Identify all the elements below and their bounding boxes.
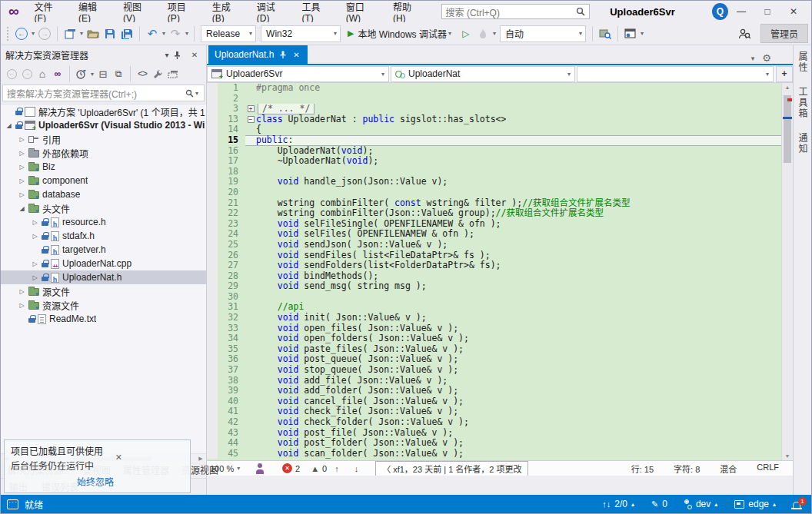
- breakpoint-gutter[interactable]: [207, 313, 218, 323]
- breakpoint-gutter[interactable]: [207, 438, 218, 449]
- code-line[interactable]: 21 wstring combinFilter( const wstring& …: [207, 198, 781, 209]
- type-scope-combo[interactable]: UploaderNat ▾: [391, 66, 575, 82]
- tree-collapsed-arrow-icon[interactable]: ▷: [17, 302, 27, 309]
- breakpoint-gutter[interactable]: [207, 167, 218, 177]
- tree-collapsed-arrow-icon[interactable]: ▷: [17, 150, 27, 157]
- warning-icon[interactable]: ▲: [311, 464, 319, 473]
- breakpoint-gutter[interactable]: [207, 271, 218, 282]
- code-line[interactable]: 42 void check_folder( Json::Value& v );: [207, 417, 781, 428]
- tree-item[interactable]: 解决方案 'Uploader6Svr' (1 个项目，共 1 个): [1, 104, 206, 118]
- navigate-forward-button[interactable]: →: [36, 25, 53, 42]
- task-center-icon[interactable]: [7, 499, 18, 509]
- breakpoint-gutter[interactable]: [207, 208, 218, 219]
- breakpoint-gutter[interactable]: [207, 386, 218, 396]
- navigate-back-dropdown-icon[interactable]: ▾: [30, 30, 36, 37]
- tree-item[interactable]: ▷database: [1, 187, 206, 201]
- code-line[interactable]: 40 void cancel_file( Json::Value& v );: [207, 396, 781, 407]
- code-line[interactable]: 45 void scan_folder( Json::Value& v );: [207, 449, 781, 459]
- search-options-icon[interactable]: ▾: [194, 90, 200, 97]
- tree-item[interactable]: ▷引用: [1, 132, 206, 146]
- tree-item[interactable]: ▷UploaderNat.h: [1, 270, 206, 284]
- editor-vertical-scrollbar[interactable]: ▲ ▼: [781, 83, 793, 460]
- open-file-button[interactable]: [85, 25, 102, 42]
- breakpoint-gutter[interactable]: [207, 156, 218, 167]
- code-lines[interactable]: 1#pragma once23+/* ... */13−class Upload…: [207, 83, 781, 460]
- code-line[interactable]: 44 void post_folder( Json::Value& v );: [207, 438, 781, 449]
- breakpoint-gutter[interactable]: [207, 229, 218, 240]
- prev-change-icon[interactable]: ↑: [334, 464, 339, 473]
- tree-collapsed-arrow-icon[interactable]: ▷: [30, 274, 40, 281]
- tree-item[interactable]: ▷UploaderNat.cpp: [1, 257, 206, 270]
- switch-views-icon[interactable]: ∞: [50, 66, 65, 81]
- breakpoint-gutter[interactable]: [207, 344, 218, 355]
- toolbar-overflow-icon[interactable]: ▾: [639, 30, 645, 37]
- fold-toggle-icon[interactable]: +: [245, 104, 256, 114]
- code-line[interactable]: 3+/* ... */: [207, 104, 781, 114]
- breakpoint-gutter[interactable]: [207, 177, 218, 187]
- breakpoint-gutter[interactable]: [207, 83, 218, 94]
- code-editor[interactable]: 1#pragma once23+/* ... */13−class Upload…: [207, 83, 793, 460]
- find-in-files-button[interactable]: [597, 25, 614, 42]
- ide-window-button[interactable]: [622, 25, 639, 42]
- side-tab-属性[interactable]: 属性: [796, 51, 809, 73]
- profiler-dropdown-icon[interactable]: ▾: [491, 30, 498, 37]
- document-list-dropdown-icon[interactable]: ▾: [751, 55, 755, 62]
- solution-explorer-header[interactable]: 解决方案资源管理器 ▾ ✕: [1, 45, 206, 64]
- redo-button[interactable]: ↷: [167, 25, 184, 42]
- code-line[interactable]: 22 wstring combinFilter(Json::Value& gro…: [207, 208, 781, 219]
- breakpoint-gutter[interactable]: [207, 406, 218, 417]
- codelens-author-icon[interactable]: [255, 463, 265, 474]
- toast-ignore-link[interactable]: 始终忽略: [77, 475, 184, 488]
- code-line[interactable]: 37 void stop_queue( Json::Value& v );: [207, 365, 781, 376]
- scroll-up-icon[interactable]: ▲: [782, 85, 793, 90]
- code-line[interactable]: 43 void post_file( Json::Value& v );: [207, 428, 781, 439]
- new-project-button[interactable]: [62, 25, 78, 42]
- code-line[interactable]: 18: [207, 167, 781, 177]
- tree-expanded-arrow-icon[interactable]: ◢: [17, 205, 27, 212]
- breakpoint-gutter[interactable]: [207, 114, 218, 125]
- profiler-flame-icon[interactable]: [474, 25, 491, 42]
- statusbar-bell-item[interactable]: 1: [793, 500, 800, 509]
- tab-pin-icon[interactable]: [280, 51, 291, 58]
- breakpoint-gutter[interactable]: [207, 260, 218, 271]
- fold-box[interactable]: +: [248, 105, 255, 112]
- codelens-history[interactable]: 〈 xf1，23 天前 | 1 名作者，2 项更改: [375, 461, 528, 476]
- tree-item[interactable]: ◢头文件: [1, 201, 206, 215]
- undo-button[interactable]: ↶: [144, 25, 161, 42]
- tab-close-icon[interactable]: ✕: [291, 51, 301, 59]
- home-icon[interactable]: ⌂: [35, 66, 50, 81]
- tree-item[interactable]: ▷Biz: [1, 160, 206, 174]
- tree-item[interactable]: ◢Uploader6Svr (Visual Studio 2013 - Wi: [1, 118, 206, 132]
- tree-item[interactable]: targetver.h: [1, 243, 206, 257]
- pending-changes-filter-icon[interactable]: [74, 66, 89, 81]
- tree-collapsed-arrow-icon[interactable]: ▷: [17, 177, 27, 184]
- breakpoint-gutter[interactable]: [207, 302, 218, 313]
- navigate-back-button[interactable]: ←: [13, 25, 30, 42]
- breakpoint-gutter[interactable]: [207, 146, 218, 157]
- back-icon[interactable]: ←: [4, 66, 19, 81]
- fold-toggle-icon[interactable]: −: [245, 114, 256, 125]
- close-icon[interactable]: ✕: [188, 51, 201, 59]
- tree-collapsed-arrow-icon[interactable]: ▷: [30, 233, 40, 240]
- code-line[interactable]: 34 void open_folders( Json::Value& v );: [207, 333, 781, 344]
- code-line[interactable]: 33 void open_files( Json::Value& v );: [207, 323, 781, 334]
- breakpoint-gutter[interactable]: [207, 417, 218, 428]
- breakpoint-gutter[interactable]: [207, 198, 218, 209]
- solution-platform-combo[interactable]: Win32 ▾: [261, 25, 341, 42]
- statusbar-pencil-item[interactable]: ✎0: [651, 499, 667, 509]
- split-window-button[interactable]: +: [776, 66, 793, 82]
- collapse-all-icon[interactable]: ⊟: [95, 66, 111, 81]
- code-line[interactable]: 30: [207, 292, 781, 303]
- next-change-icon[interactable]: ↓: [354, 464, 359, 473]
- breakpoint-gutter[interactable]: [207, 135, 218, 146]
- tree-collapsed-arrow-icon[interactable]: ▷: [17, 164, 27, 171]
- code-line[interactable]: 14{: [207, 124, 781, 135]
- statusbar-branch-item[interactable]: dev▴: [684, 499, 717, 509]
- gear-icon[interactable]: ⚙: [762, 52, 771, 64]
- code-line[interactable]: 39 void add_folder( Json::Value& v );: [207, 386, 781, 396]
- toolbar-grip[interactable]: [7, 27, 10, 41]
- tree-item[interactable]: ▷resource.h: [1, 215, 206, 229]
- show-all-files-icon[interactable]: [165, 66, 181, 81]
- tree-collapsed-arrow-icon[interactable]: ▷: [30, 260, 40, 267]
- properties-wrench-icon[interactable]: [150, 66, 165, 81]
